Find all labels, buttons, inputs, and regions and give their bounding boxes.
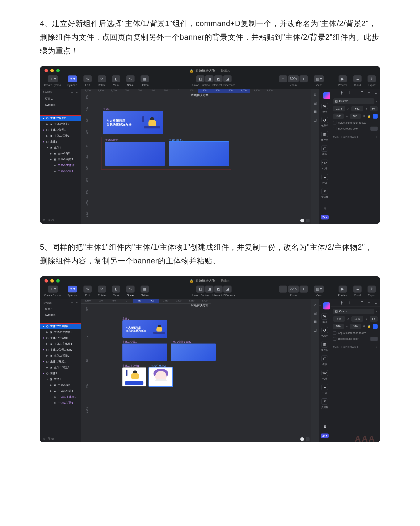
view-button[interactable]: ▥ ▾ <box>314 285 324 293</box>
zoom-icon[interactable] <box>56 69 60 72</box>
artboard-label[interactable]: 主体/1/主体物1 <box>122 364 139 368</box>
w-field[interactable]: 1066 <box>333 113 344 119</box>
artboard-bg1[interactable] <box>105 142 165 166</box>
align-bottom-icon[interactable]: ⎽ <box>373 301 378 304</box>
x-field[interactable]: 545 <box>333 316 345 322</box>
artboard-main[interactable]: 六大肩颈问题自我快速解决办法 <box>122 320 167 338</box>
artboard-bg1-copy[interactable] <box>171 344 216 361</box>
window-traffic-lights[interactable] <box>45 69 60 72</box>
color-swatch[interactable] <box>373 324 378 329</box>
artboard-label[interactable]: 主体/1/背景1 <box>105 138 119 142</box>
chat-button[interactable]: ✉ <box>322 188 328 194</box>
zoom-out-button[interactable]: − <box>279 75 287 82</box>
scale-badge[interactable]: 2x ▾ <box>321 434 329 438</box>
list-icon[interactable]: ▤ <box>313 101 318 106</box>
scale-badge[interactable]: 2x ▾ <box>321 215 329 220</box>
canvas[interactable]: -1,350-900-45004509001,3501,8002,2502,70… <box>81 299 311 442</box>
color-lib-button[interactable]: ◑ <box>322 117 328 123</box>
layer-row[interactable]: ▼▢主体1 <box>40 139 81 145</box>
cloud-button[interactable]: ☁ <box>353 75 362 82</box>
edit-button[interactable]: ✎ <box>83 75 92 82</box>
zoom-in-button[interactable]: ＋ <box>299 285 308 293</box>
zoom-out-button[interactable]: − <box>279 285 287 293</box>
mask-button[interactable]: ◐ <box>112 285 120 293</box>
w-field[interactable]: 529 <box>333 324 344 329</box>
insert-button[interactable]: ＋ ▾ <box>48 285 58 293</box>
artboard-label[interactable]: 主体/2/背景2 <box>169 138 183 142</box>
upload-icon[interactable]: ⇡ <box>319 304 321 307</box>
intersect-button[interactable]: ◩ <box>214 75 223 82</box>
union-button[interactable]: ◧ <box>196 285 205 293</box>
artboard-label[interactable]: 主体/1/背景1 <box>122 340 137 344</box>
y-field[interactable]: 1147 <box>351 316 363 322</box>
bgcolor-checkbox[interactable] <box>333 337 336 341</box>
component-icon[interactable]: ◫ <box>313 117 318 122</box>
adjust-checkbox[interactable] <box>333 121 336 124</box>
plugin-logo-icon[interactable] <box>323 92 330 99</box>
grid-icon[interactable]: ▦ <box>313 319 318 324</box>
fit-button[interactable]: Fit <box>370 316 378 322</box>
export-button[interactable]: ⇪ <box>368 285 376 293</box>
template-button[interactable]: ▢ <box>322 355 328 362</box>
align-vcenter-icon[interactable]: ╋ <box>367 301 371 304</box>
symbols-page-item[interactable]: Symbols <box>40 312 81 318</box>
h-field[interactable]: 391 <box>350 113 361 119</box>
artboard-bg2[interactable] <box>169 142 229 166</box>
align-top-icon[interactable]: ⎺ <box>360 91 365 94</box>
layer-row[interactable]: ▶▣主体/1/字1 <box>40 151 81 156</box>
preset-dropdown[interactable]: ▤ Custom <box>333 98 374 104</box>
insert-button[interactable]: ＋ ▾ <box>48 75 58 82</box>
layer-row[interactable]: ▼▣主体1 <box>40 145 81 151</box>
icon-lib-button[interactable]: ⌘ <box>322 103 328 109</box>
settings-button[interactable]: ⊞ <box>322 423 328 430</box>
filter-bar[interactable]: ⊕Filter <box>40 216 81 224</box>
mask-button[interactable]: ◐ <box>112 75 120 82</box>
code-button[interactable]: </> <box>322 370 328 376</box>
collapse-icon[interactable]: ∧ <box>76 301 78 304</box>
minimize-icon[interactable] <box>50 279 54 283</box>
plugin-logo-icon[interactable] <box>323 302 330 309</box>
edit-button[interactable]: ✎ <box>83 285 92 293</box>
subtract-button[interactable]: ◨ <box>205 285 214 293</box>
align-top-icon[interactable]: ⎺ <box>360 301 365 304</box>
zoom-icon[interactable] <box>56 279 60 283</box>
align-right-icon[interactable]: ⎹ <box>346 91 351 94</box>
adjust-checkbox[interactable] <box>333 331 336 335</box>
preset-dropdown[interactable]: ▤ Custom <box>333 309 374 314</box>
add-page-button[interactable]: ＋ <box>71 301 74 304</box>
lock-ratio-icon[interactable]: 🔒 <box>367 325 371 328</box>
preview-button[interactable]: ▶ <box>339 285 347 293</box>
upgrade-button[interactable]: ☁ <box>322 174 328 180</box>
union-button[interactable]: ◧ <box>196 75 205 82</box>
difference-button[interactable]: ◪ <box>223 285 232 293</box>
arrange-icon[interactable]: ⎚ <box>313 302 318 307</box>
artboard-label[interactable]: 主体1 <box>122 317 129 321</box>
list-icon[interactable]: ▤ <box>313 311 318 316</box>
symbols-page-item[interactable]: Symbols <box>40 102 81 108</box>
symbols-button[interactable]: ◇ ▾ <box>68 285 77 293</box>
layer-row[interactable]: ▶▣主体/1/装饰1 <box>40 156 81 162</box>
bgcolor-checkbox[interactable] <box>333 127 336 130</box>
zoom-value[interactable]: 30% <box>288 75 299 82</box>
fit-button[interactable]: Fit <box>370 106 378 111</box>
align-left-icon[interactable]: ⎸ <box>333 91 337 94</box>
layer-row[interactable]: ◈主体/1/主体物1 <box>40 162 81 168</box>
align-hcenter-icon[interactable]: ╋ <box>339 301 344 304</box>
chat-button[interactable]: ✉ <box>322 398 328 405</box>
zoom-in-button[interactable]: ＋ <box>299 75 308 82</box>
subtract-button[interactable]: ◨ <box>205 75 214 82</box>
close-icon[interactable] <box>45 69 48 72</box>
rotate-button[interactable]: ⟳ <box>98 75 106 82</box>
component-lib-button[interactable]: ▥ <box>322 341 328 347</box>
settings-button[interactable]: ⊞ <box>322 206 328 211</box>
artboard-main[interactable]: 六大肩颈问题自我快速解决办法 <box>103 111 163 134</box>
artboard-subject1[interactable] <box>122 367 146 386</box>
upload-icon[interactable]: ⇡ <box>319 94 321 97</box>
code-button[interactable]: </> <box>322 160 328 166</box>
component-icon[interactable]: ◫ <box>313 328 318 333</box>
lock-ratio-icon[interactable]: 🔒 <box>367 115 371 118</box>
align-left-icon[interactable]: ⎸ <box>333 301 337 305</box>
bgcolor-swatch[interactable] <box>371 127 378 131</box>
arrange-icon[interactable]: ⎚ <box>313 92 318 97</box>
scale-button[interactable]: ⤡ <box>126 75 135 82</box>
